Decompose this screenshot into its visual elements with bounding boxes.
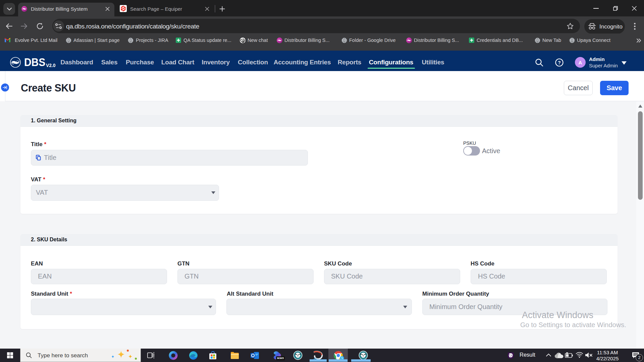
svg-text:?: ? [558, 60, 561, 65]
